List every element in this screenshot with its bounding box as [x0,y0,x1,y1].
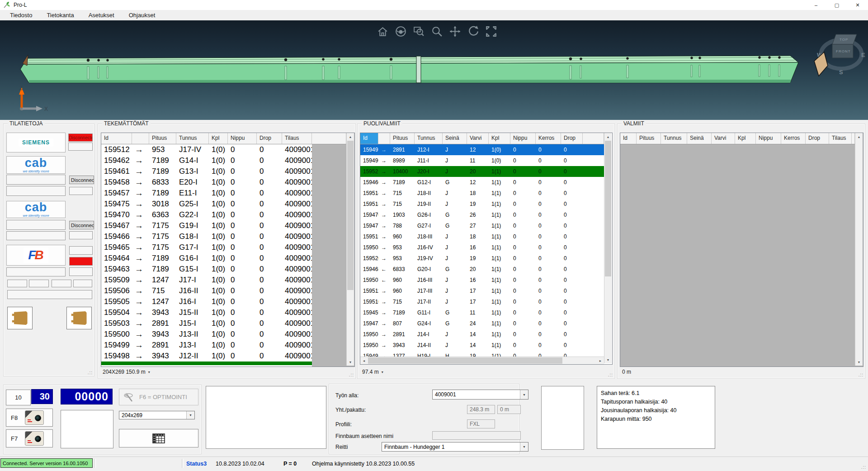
column-header-nippu[interactable]: Nippu [228,133,257,144]
side-listbox[interactable] [541,386,584,450]
column-header-tunnus[interactable]: Tunnus [661,133,687,144]
scroll-down-icon[interactable]: ▼ [855,358,863,366]
column-header-id[interactable]: Id [360,133,378,144]
table-row[interactable]: 159498→3943J12-II1(0)004009001 [101,351,312,362]
chevron-down-icon[interactable]: ▼ [186,411,194,419]
table-row[interactable]: 159470→6363G22-I1(0)004009001 [101,209,312,220]
scrollbar-thumb[interactable] [368,357,562,364]
table-row[interactable]: 159468←6833G20-IG201(1)000 [360,264,604,275]
cab2-status-button[interactable]: Disconnected [69,221,94,229]
table-row[interactable]: 159510→715J17-IIJ171(1)000 [360,296,604,307]
scrollbar-thumb[interactable] [347,141,354,290]
column-header-kpl[interactable]: Kpl [735,133,756,144]
resize-grip[interactable]: .:: [608,372,613,377]
siemens-button[interactable]: SIEMENS [6,133,66,152]
column-header-kpl[interactable]: Kpl [209,133,228,144]
column-header-pituus[interactable]: Pituus [390,133,415,144]
column-header-kerros[interactable]: Kerros [781,133,806,144]
siemens-value-field[interactable] [68,143,93,151]
table-row[interactable]: 159499→2891J13-I1(0)004009001 [101,340,312,351]
table-row[interactable]: 159515→960J18-IIIJ181(1)000 [360,231,604,242]
table-row[interactable]: 159505→1247J16-I1(0)004009001 [101,296,312,307]
column-header-varvi[interactable]: Varvi [467,133,489,144]
column-header-drop[interactable]: Drop [561,133,583,144]
table-row[interactable]: 159464→7189G16-I1(0)004009001 [101,253,312,264]
finnbaum-value-field[interactable] [432,431,521,440]
fb-status-field[interactable] [69,246,93,255]
table-row[interactable]: 159459→7189G11-IG111(1)000 [360,307,604,318]
table-row[interactable]: 159472→807G24-IG241(1)000 [360,318,604,329]
table-row[interactable]: 159461→7189G13-I1(0)004009001 [101,166,312,177]
scroll-down-icon[interactable]: ▼ [604,356,612,363]
counter-field-1[interactable] [7,280,27,287]
counter-field-4[interactable] [73,280,92,287]
table-row[interactable]: 159514→715J18-IIJ181(1)000 [360,188,604,199]
column-header-varvi[interactable]: Varvi [712,133,735,144]
table-row[interactable]: 159497→2891J12-IJ121(0)000 [360,144,604,155]
table-row[interactable]: 159477→788G27-IG271(1)000 [360,220,604,231]
table-row[interactable]: 159493→1377H19-IH191(1)000 [360,351,604,357]
counter-field-3[interactable] [52,280,71,287]
table-row[interactable]: 159520→953J19-IVJ191(1)000 [360,253,604,264]
menu-asetukset[interactable]: Asetukset [83,10,120,20]
cab2-count-field[interactable] [69,231,93,239]
column-header-tunnus[interactable]: Tunnus [415,133,443,144]
table-row[interactable]: 159504→3943J15-II1(0)004009001 [101,307,312,318]
partial-row-green[interactable] [101,362,312,365]
grid-view-button[interactable] [119,429,198,447]
f7-scanner-button[interactable]: F7 [6,429,53,447]
resize-grip[interactable]: .:: [349,372,354,377]
message-listbox[interactable] [61,410,113,448]
fb-value-field[interactable] [6,267,66,276]
reitti-dropdown[interactable]: Finnbaum - Hundegger 1 ▼ [382,442,528,452]
vertical-scrollbar[interactable]: ▲ ▼ [855,133,863,366]
scroll-up-icon[interactable]: ▲ [855,133,863,140]
table-footer[interactable]: 0 m [622,369,631,375]
queue-listbox[interactable] [206,386,326,449]
column-header-tilaus[interactable]: Tilaus [282,133,312,144]
table-footer[interactable]: 204X269 150.9 m ▾ [103,369,150,375]
chevron-down-icon[interactable]: ▼ [520,442,528,451]
column-header-tilaus[interactable]: Tilaus [829,133,852,144]
table-row[interactable]: 159457→7189E11-I1(0)004009001 [101,188,312,199]
table-row[interactable]: 159465→7175G17-I1(0)004009001 [101,242,312,253]
cab1-status-button[interactable]: Disconnected [69,176,94,184]
tyon-alla-dropdown[interactable]: 4009001 ▼ [432,390,528,400]
table-row[interactable]: 159518→715J19-IIJ191(1)000 [360,199,604,209]
menu-tiedosto[interactable]: Tiedosto [5,10,38,20]
scrollbar-thumb[interactable] [605,141,611,276]
horizontal-scrollbar[interactable]: ◄ ► [360,357,604,364]
table-row[interactable]: 159496→8989J11-IJ111(0)000 [360,155,604,166]
column-header-arrow[interactable] [132,133,149,144]
maximize-icon[interactable]: ▢ [826,0,847,10]
scroll-up-icon[interactable]: ▲ [347,133,354,140]
column-header-pituus[interactable]: Pituus [149,133,176,144]
column-header-kpl[interactable]: Kpl [489,133,510,144]
vertical-scrollbar[interactable]: ▲ ▼ [604,133,612,363]
table-row[interactable]: 159509→1247J17-I1(0)004009001 [101,275,312,285]
column-header-arrow[interactable] [378,133,390,144]
counter-field-2[interactable] [29,280,49,287]
column-header-sein[interactable]: Seinä [687,133,712,144]
title-bar[interactable]: Pro-L – ▢ ✕ [0,0,868,10]
column-header-tunnus[interactable]: Tunnus [176,133,209,144]
f6-optimize-button[interactable]: F6 = OPTIMOINTI [119,389,198,405]
cab-printer-2-button[interactable]: cab we identify more [6,201,66,218]
scroll-up-icon[interactable]: ▲ [604,133,612,140]
close-icon[interactable]: ✕ [847,0,868,10]
column-header-nippu[interactable]: Nippu [756,133,781,144]
cab2-text-field[interactable] [6,220,66,230]
table-row[interactable]: 159503→2891J15-I1(0)004009001 [101,318,312,329]
table-row[interactable]: 159467→7175G19-I1(0)004009001 [101,220,312,231]
3d-viewport[interactable]: Z X W E S TOP FRONT [0,20,868,120]
column-header-nippu[interactable]: Nippu [510,133,536,144]
view-navigation-cube[interactable]: W E S TOP FRONT [811,27,867,86]
window-resize-grip[interactable]: .:: [861,465,866,470]
f8-scanner-button[interactable]: F8 [6,409,53,427]
profile-dropdown[interactable]: 204x269 ▼ [119,411,195,419]
column-header-id[interactable]: Id [620,133,637,144]
table-row[interactable]: 159521→10400J20-IJ201(1)000 [360,166,604,177]
table-row[interactable]: 159458→6833E20-I1(0)004009001 [101,177,312,188]
menu-ohjaukset[interactable]: Ohjaukset [123,10,161,20]
table-row[interactable]: 159460→7189G12-IG121(1)000 [360,177,604,188]
